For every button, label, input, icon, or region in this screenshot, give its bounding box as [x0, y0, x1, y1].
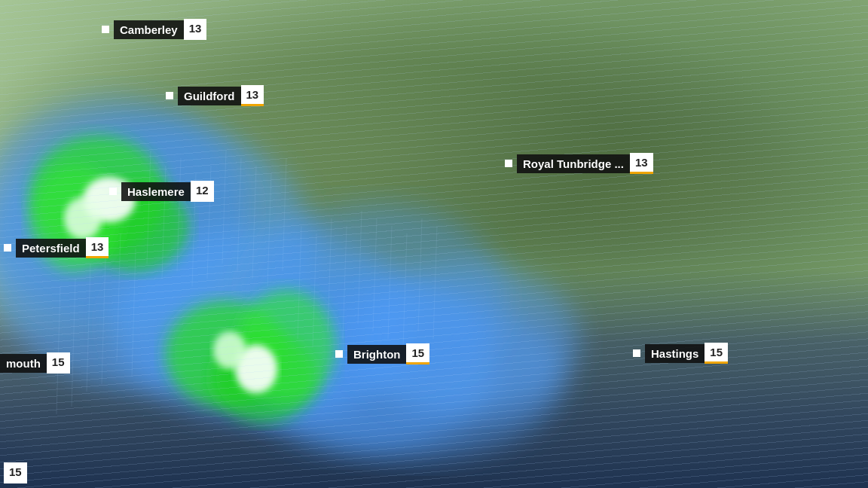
location-camberley[interactable]: Camberley 13 [102, 19, 206, 40]
location-dot-guildford [166, 92, 173, 99]
camberley-temp: 13 [184, 19, 207, 40]
location-hastings[interactable]: Hastings 15 [633, 343, 728, 364]
location-dot-petersfield [4, 244, 11, 252]
location-dot-haslemere [109, 188, 117, 195]
haslemere-name: Haslemere [121, 182, 191, 201]
partial-temp: 15 [4, 462, 27, 483]
location-bournemouth[interactable]: mouth 15 [0, 352, 70, 374]
hastings-name: Hastings [645, 344, 704, 363]
royal-tunbridge-name: Royal Tunbridge ... [517, 154, 630, 173]
brighton-temp: 15 [406, 343, 429, 364]
guildford-name: Guildford [178, 87, 241, 105]
location-haslemere[interactable]: Haslemere 12 [109, 181, 214, 202]
location-dot-brighton [335, 350, 343, 358]
hastings-temp: 15 [704, 343, 728, 364]
camberley-name: Camberley [114, 20, 184, 39]
location-dot-camberley [102, 26, 109, 33]
location-guildford[interactable]: Guildford 13 [166, 85, 264, 106]
weather-map: Camberley 13 Guildford 13 Haslemere 12 P… [0, 0, 868, 488]
royal-tunbridge-temp: 13 [630, 153, 653, 174]
guildford-temp: 13 [241, 85, 264, 106]
petersfield-name: Petersfield [16, 239, 86, 258]
location-royal-tunbridge[interactable]: Royal Tunbridge ... 13 [505, 153, 653, 174]
location-dot-hastings [633, 349, 640, 357]
location-brighton[interactable]: Brighton 15 [335, 343, 429, 364]
location-petersfield[interactable]: Petersfield 13 [4, 237, 108, 258]
bournemouth-temp: 15 [47, 352, 70, 374]
rain-streaks-overlay [0, 0, 868, 488]
location-dot-royal-tunbridge [505, 160, 512, 167]
bournemouth-name: mouth [0, 354, 47, 373]
petersfield-temp: 13 [86, 237, 109, 258]
haslemere-temp: 12 [191, 181, 214, 202]
brighton-name: Brighton [347, 345, 406, 364]
location-partial: 15 [4, 462, 27, 483]
